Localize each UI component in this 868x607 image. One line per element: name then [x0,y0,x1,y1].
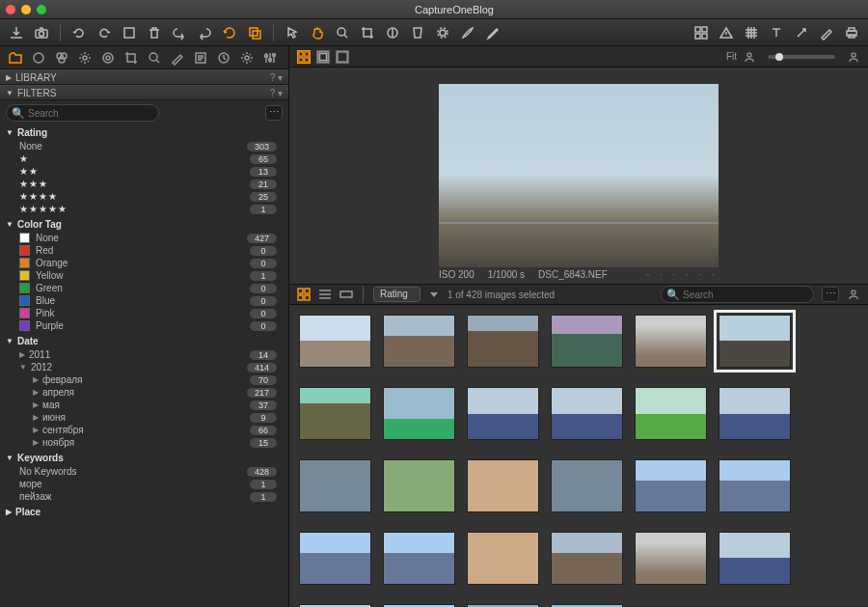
kw-none[interactable]: No Keywords428 [6,465,277,478]
thumbnail[interactable] [719,459,791,512]
tab-sliders-icon[interactable] [262,50,278,66]
date-2012[interactable]: ▼2012414 [6,361,277,373]
view-primary-icon[interactable] [316,50,330,64]
date-jun[interactable]: ▶июня9 [6,411,277,424]
rating-3[interactable]: ★★★21 [6,178,277,190]
date-nov[interactable]: ▶ноября15 [6,436,277,449]
tab-exposure-icon[interactable] [77,50,93,66]
window-zoom-button[interactable] [37,5,46,14]
color-group-header[interactable]: ▼Color Tag [6,217,277,232]
keystone-icon[interactable] [409,24,426,41]
redo-icon[interactable] [196,24,213,41]
color-green[interactable]: Green0 [6,282,277,294]
rating-4[interactable]: ★★★★25 [6,190,277,203]
thumbnail[interactable] [551,387,623,440]
sort-select[interactable]: Rating [373,287,420,302]
thumbnail[interactable] [635,315,707,368]
thumbnail[interactable] [383,532,455,585]
date-sep[interactable]: ▶сентября66 [6,424,277,436]
keywords-group-header[interactable]: ▼Keywords [6,451,277,465]
process-icon[interactable] [793,24,810,41]
reset-icon[interactable] [221,24,238,41]
guides-icon[interactable] [743,24,760,41]
browser-search-input[interactable] [661,286,814,303]
color-blue[interactable]: Blue0 [6,294,277,307]
straighten-icon[interactable] [384,24,401,41]
cursor-icon[interactable] [284,24,301,41]
view-multi-icon[interactable] [297,50,311,64]
color-pink[interactable]: Pink0 [6,307,277,319]
thumbnail[interactable] [635,532,707,585]
thumbnail[interactable] [551,459,623,512]
color-orange[interactable]: Orange0 [6,257,277,269]
rating-2[interactable]: ★★13 [6,165,277,178]
window-minimize-button[interactable] [21,5,31,14]
thumbnail[interactable] [299,315,371,368]
view-single-icon[interactable] [336,50,349,64]
thumbnail[interactable] [467,532,539,585]
tab-metadata-icon[interactable] [193,50,208,66]
window-icon[interactable] [121,24,138,41]
filters-section-header[interactable]: ▼FILTERS ? ▾ [0,85,288,100]
place-group-header[interactable]: ▶Place [6,505,277,519]
browser-grid-icon[interactable] [297,288,311,301]
thumbnail[interactable] [299,532,371,585]
color-none[interactable]: None427 [6,232,277,244]
rating-group-header[interactable]: ▼Rating [6,125,277,140]
proof-icon[interactable] [847,50,860,64]
thumbnail[interactable] [299,459,371,512]
color-yellow[interactable]: Yellow1 [6,269,277,282]
tab-library-icon[interactable] [8,50,23,66]
rotate-ccw-icon[interactable] [70,24,88,41]
tab-color-icon[interactable] [54,50,69,66]
tab-capture-icon[interactable] [31,50,46,66]
browser-more-button[interactable]: ⋯ [822,287,839,302]
trash-icon[interactable] [146,24,163,41]
spot-icon[interactable] [434,24,451,41]
rotate-cw-icon[interactable] [95,24,113,41]
zoom-slider[interactable] [768,55,835,59]
eyedropper-icon[interactable] [484,24,502,41]
rating-5[interactable]: ★★★★★1 [6,203,277,215]
thumbnail[interactable] [467,387,539,440]
user-icon[interactable] [743,50,756,64]
kw-landscape[interactable]: пейзаж1 [6,490,277,503]
thumbnail[interactable] [635,459,707,512]
grid-icon[interactable] [692,24,710,41]
sort-direction-icon[interactable] [428,289,440,300]
tab-output-icon[interactable] [216,50,231,66]
date-2011[interactable]: ▶201114 [6,348,277,361]
camera-icon[interactable] [33,24,50,41]
warning-icon[interactable] [718,24,735,41]
variants-icon[interactable] [246,24,263,41]
brush-icon[interactable] [459,24,476,41]
browser-list-icon[interactable] [318,288,332,301]
tab-lens-icon[interactable] [100,50,116,66]
kw-sea[interactable]: море1 [6,478,277,490]
browser-grid[interactable] [289,305,868,607]
date-group-header[interactable]: ▼Date [6,334,277,348]
date-apr[interactable]: ▶апреля217 [6,386,277,399]
tab-details-icon[interactable] [147,50,162,66]
tab-crop-icon[interactable] [123,50,139,66]
thumbnail[interactable] [299,387,371,440]
thumbnail[interactable] [719,387,791,440]
edit-with-icon[interactable] [818,24,835,41]
thumbnail[interactable] [635,387,707,440]
thumbnail[interactable] [467,459,539,512]
thumbnail[interactable] [383,315,455,368]
thumbnail[interactable] [467,315,539,368]
window-close-button[interactable] [6,5,15,14]
date-feb[interactable]: ▶февраля70 [6,373,277,386]
rating-none[interactable]: None303 [6,140,277,152]
thumbnail[interactable] [383,459,455,512]
filters-search-input[interactable] [6,104,159,122]
color-purple[interactable]: Purple0 [6,319,277,332]
tab-settings-icon[interactable] [239,50,255,66]
library-section-header[interactable]: ▶LIBRARY ? ▾ [0,69,288,85]
thumbnail[interactable] [551,315,623,368]
import-icon[interactable] [8,24,25,41]
hand-icon[interactable] [309,24,326,41]
crop-icon[interactable] [359,24,376,41]
browser-user-icon[interactable] [847,288,860,301]
